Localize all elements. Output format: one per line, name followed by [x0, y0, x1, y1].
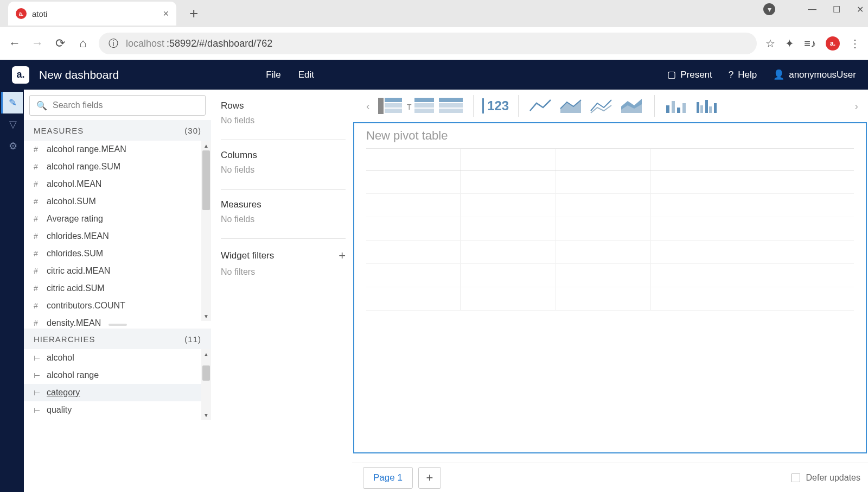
svg-rect-17	[682, 103, 686, 113]
scroll-thumb[interactable]	[202, 365, 210, 381]
pivot-row	[366, 171, 854, 194]
playlist-icon[interactable]: ≡♪	[804, 37, 816, 50]
svg-rect-6	[414, 103, 434, 108]
defer-updates[interactable]: Defer updates	[792, 473, 860, 483]
columns-title: Columns	[221, 150, 257, 161]
hierarchy-item[interactable]: ⊢alcohol	[24, 349, 211, 367]
tab-close-icon[interactable]: ×	[163, 8, 169, 20]
user-menu[interactable]: 👤 anonymousUser	[773, 69, 856, 80]
hierarchy-item[interactable]: ⊢alcohol range	[24, 367, 211, 384]
widget-kpi-icon[interactable]: 123	[482, 96, 509, 116]
widget-stacked-area-icon[interactable]	[618, 96, 646, 116]
scroll-down-icon[interactable]: ▼	[203, 311, 209, 321]
hash-icon: #	[34, 145, 41, 154]
widget-area-chart-icon[interactable]	[558, 96, 585, 116]
scroll-up-icon[interactable]: ▲	[203, 141, 209, 150]
toolbar-next-icon[interactable]: ›	[851, 100, 861, 112]
widget-bar-chart-icon[interactable]	[663, 96, 691, 116]
minimize-icon[interactable]: —	[808, 4, 816, 14]
user-label: anonymousUser	[789, 70, 856, 80]
svg-rect-19	[700, 105, 703, 113]
widget-tree-table-icon[interactable]: T	[407, 96, 434, 116]
measure-item[interactable]: #chlorides.MEAN	[24, 228, 211, 245]
measure-item[interactable]: #chlorides.SUM	[24, 245, 211, 262]
kebab-menu-icon[interactable]: ⋮	[850, 37, 860, 50]
menu-file[interactable]: File	[266, 70, 280, 80]
pivot-title[interactable]: New pivot table	[354, 123, 866, 148]
reload-icon[interactable]: ⟳	[53, 36, 67, 51]
widget-table-icon[interactable]	[437, 96, 464, 116]
hierarchies-count: (11)	[184, 335, 201, 344]
widget-column-chart-icon[interactable]	[694, 96, 721, 116]
measure-item[interactable]: #alcohol.SUM	[24, 193, 211, 210]
measure-item[interactable]: #citric acid.MEAN	[24, 262, 211, 280]
measure-item[interactable]: #alcohol.MEAN	[24, 175, 211, 193]
account-chevron-icon[interactable]: ▾	[763, 3, 775, 15]
hierarchies-scrollbar[interactable]: ▲ ▼	[201, 349, 211, 420]
hierarchy-item[interactable]: ⊢quality	[24, 401, 211, 419]
measure-item[interactable]: #citric acid.SUM	[24, 280, 211, 297]
rail-puzzle-icon[interactable]: ⚙	[1, 135, 23, 157]
content: ✎ ▽ ⚙ 🔍 Search fields MEASURES (30) #alc…	[0, 90, 868, 492]
address-bar[interactable]: ⓘ localhost :58992/#/dashboard/762	[99, 33, 757, 54]
widget-pivot-table-icon[interactable]	[376, 96, 404, 116]
pivot-grid	[366, 148, 854, 311]
forward-icon[interactable]: →	[30, 36, 44, 51]
scroll-down-icon[interactable]: ▼	[203, 410, 209, 420]
rows-empty: No fields	[221, 116, 346, 125]
browser-tab[interactable]: a. atoti ×	[8, 2, 176, 26]
widget-multiline-chart-icon[interactable]	[588, 96, 615, 116]
star-icon[interactable]: ☆	[765, 37, 775, 50]
defer-checkbox[interactable]	[792, 474, 800, 482]
add-page-button[interactable]: +	[418, 467, 441, 489]
svg-rect-2	[385, 103, 402, 108]
measure-item[interactable]: #Average rating	[24, 210, 211, 228]
scroll-up-icon[interactable]: ▲	[203, 349, 209, 359]
help-button[interactable]: ? Help	[729, 70, 757, 80]
extensions-icon[interactable]: ✦	[785, 37, 794, 50]
pivot-row	[366, 264, 854, 287]
columns-empty: No fields	[221, 165, 346, 175]
svg-text:T: T	[407, 103, 412, 111]
present-button[interactable]: ▢ Present	[667, 69, 712, 80]
hash-icon: #	[34, 249, 41, 258]
hash-icon: #	[34, 215, 41, 223]
rail-edit-icon[interactable]: ✎	[1, 92, 23, 113]
new-tab-button[interactable]: +	[189, 5, 198, 22]
pivot-widget[interactable]: New pivot table	[353, 122, 867, 453]
hierarchy-item-category[interactable]: ⊢category	[24, 384, 211, 401]
widget-line-chart-icon[interactable]	[527, 96, 554, 116]
dropzone-panel: Rows No fields Columns No fields Measure…	[211, 90, 352, 492]
menu-edit[interactable]: Edit	[298, 70, 314, 80]
tree-icon: ⊢	[34, 406, 41, 414]
measure-item[interactable]: #alcohol range.MEAN	[24, 141, 211, 158]
pivot-row	[366, 287, 854, 311]
add-filter-icon[interactable]: +	[339, 249, 346, 263]
scroll-thumb[interactable]	[202, 150, 210, 210]
dropzone-columns[interactable]: Columns No fields	[221, 150, 346, 190]
dropzone-filters[interactable]: Widget filters + No filters	[221, 249, 346, 291]
search-input[interactable]: 🔍 Search fields	[29, 95, 206, 116]
measure-item[interactable]: #density.MEAN	[24, 314, 211, 332]
maximize-icon[interactable]: ☐	[833, 4, 840, 15]
close-window-icon[interactable]: ✕	[857, 4, 864, 15]
browser-chrome: a. atoti × + ▾ — ☐ ✕ ← → ⟳ ⌂ ⓘ localhost…	[0, 0, 868, 60]
measures-scrollbar[interactable]: ▲ ▼	[201, 141, 211, 321]
measures-header[interactable]: MEASURES (30)	[24, 120, 211, 141]
canvas-area: New pivot table	[352, 122, 868, 463]
dashboard-title[interactable]: New dashboard	[39, 68, 119, 81]
measure-item[interactable]: #alcohol range.SUM	[24, 158, 211, 175]
atoti-extension-icon[interactable]: a.	[826, 36, 840, 51]
page-tab-1[interactable]: Page 1	[363, 467, 413, 489]
rail-filter-icon[interactable]: ▽	[1, 113, 23, 135]
svg-rect-18	[697, 102, 699, 113]
present-icon: ▢	[667, 69, 676, 80]
dropzone-measures[interactable]: Measures No fields	[221, 199, 346, 239]
search-icon: 🔍	[36, 100, 47, 111]
hash-icon: #	[34, 162, 41, 171]
dropzone-rows[interactable]: Rows No fields	[221, 100, 346, 140]
measure-item[interactable]: #contributors.COUNT	[24, 297, 211, 314]
home-icon[interactable]: ⌂	[76, 36, 90, 51]
toolbar-prev-icon[interactable]: ‹	[363, 100, 373, 112]
back-icon[interactable]: ←	[8, 36, 22, 51]
